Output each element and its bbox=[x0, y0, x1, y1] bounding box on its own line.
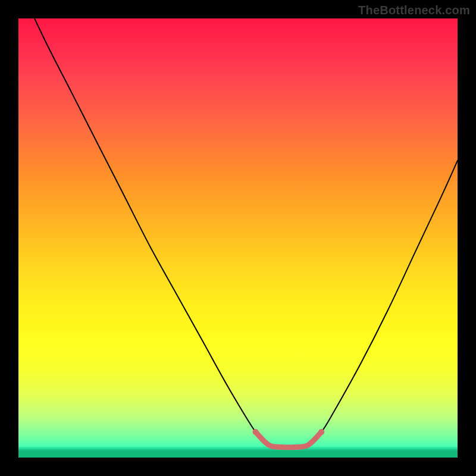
bottleneck-curve-line bbox=[18, 18, 458, 447]
watermark-text: TheBottleneck.com bbox=[358, 4, 470, 17]
marker-dot bbox=[318, 429, 324, 435]
bottleneck-marker-segment bbox=[256, 432, 322, 447]
plot-area bbox=[18, 18, 458, 458]
marker-dot bbox=[253, 429, 259, 435]
bottleneck-curve-svg bbox=[18, 18, 458, 458]
chart-stage: TheBottleneck.com bbox=[0, 0, 476, 476]
bottleneck-marker-dots bbox=[253, 429, 325, 435]
